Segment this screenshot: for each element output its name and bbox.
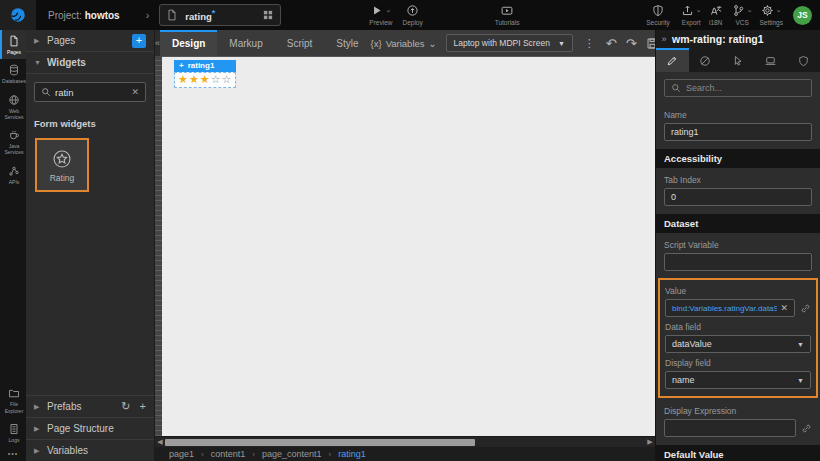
widget-search-input[interactable]: ratin ✕ <box>34 82 146 102</box>
breadcrumb-separator: › <box>201 450 204 459</box>
breadcrumb-item-active[interactable]: rating1 <box>338 449 366 459</box>
property-search-input[interactable]: Search... <box>664 79 812 97</box>
chevron-right-icon: ▶ <box>34 447 41 455</box>
widgets-section-header[interactable]: ▼ Widgets <box>26 52 154 74</box>
palette-icon <box>699 55 711 67</box>
tab-properties[interactable] <box>656 48 689 72</box>
chevron-down-icon: ▼ <box>34 59 41 66</box>
pages-section-header[interactable]: ▶ Pages + <box>26 30 154 52</box>
bind-link-icon[interactable] <box>801 423 812 434</box>
main-area: Pages Databases Web Services Java Servic… <box>0 30 820 461</box>
move-icon[interactable]: + <box>179 61 184 70</box>
star-filled-icon: ★ <box>200 73 211 85</box>
tab-design[interactable]: Design <box>160 30 217 56</box>
center-area: « Design Markup Script Style {x} Variabl… <box>155 30 655 461</box>
redo-icon[interactable]: ↷ <box>626 36 637 51</box>
rating-star-icon <box>51 148 73 170</box>
user-avatar[interactable]: JS <box>793 6 812 25</box>
deploy-button[interactable]: Deploy <box>402 4 422 26</box>
rail-item-pages[interactable]: Pages <box>0 30 26 59</box>
vcs-button[interactable]: ⌄ VCS <box>732 4 753 26</box>
api-icon <box>8 165 20 177</box>
page-structure-section-header[interactable]: ▶ Page Structure <box>26 417 154 439</box>
rail-item-java-services[interactable]: Java Services <box>0 124 26 160</box>
undo-icon[interactable]: ↶ <box>606 36 617 51</box>
data-field-select[interactable]: dataValue ▼ <box>665 335 811 353</box>
scroll-left-icon[interactable]: ◀ <box>155 437 165 447</box>
scrollbar-thumb[interactable] <box>165 439 475 446</box>
security-button[interactable]: Security <box>646 4 669 26</box>
variables-section-header[interactable]: ▶ Variables <box>26 439 154 461</box>
cloud-upload-icon <box>406 4 419 17</box>
caret-down-icon: ▼ <box>797 341 804 348</box>
horizontal-scrollbar[interactable]: ◀ ▶ <box>155 436 655 447</box>
tab-script[interactable]: Script <box>275 30 325 56</box>
tab-markup[interactable]: Markup <box>217 30 274 56</box>
rail-item-apis[interactable]: APIs <box>0 160 26 189</box>
chevron-down-icon: ⌄ <box>385 4 391 16</box>
rating-widget-tile[interactable]: Rating <box>35 138 89 192</box>
tab-index-input[interactable]: 0 <box>664 188 812 206</box>
variables-dropdown[interactable]: {x} Variables ⌄ <box>371 38 437 49</box>
rail-item-logs[interactable]: Logs <box>0 418 26 447</box>
star-empty-icon: ☆ <box>211 73 222 85</box>
more-options-icon[interactable]: ⋮ <box>582 37 597 50</box>
default-value-section-header: Default Value <box>656 445 820 461</box>
chevron-down-icon: ⌄ <box>429 38 437 49</box>
project-chevron: › <box>146 9 150 21</box>
prefabs-section-header[interactable]: ▶ Prefabs ↻ + <box>26 395 154 417</box>
i18n-button[interactable]: i18N <box>709 4 723 26</box>
tab-security[interactable] <box>787 48 820 72</box>
video-icon <box>500 4 514 17</box>
page-icon <box>8 35 20 47</box>
rail-item-web-services[interactable]: Web Services <box>0 89 26 125</box>
rail-item-file-explorer[interactable]: File Explorer <box>0 382 26 418</box>
scroll-right-icon[interactable]: ▶ <box>645 437 655 447</box>
tab-style[interactable]: Style <box>324 30 370 56</box>
translate-icon <box>709 4 723 17</box>
breadcrumb-item[interactable]: page1 <box>169 449 194 459</box>
app-logo[interactable] <box>0 0 36 30</box>
properties-panel-header: » wm-rating: rating1 <box>656 30 820 48</box>
clear-binding-icon[interactable]: ✕ <box>780 303 788 313</box>
breadcrumb-item[interactable]: content1 <box>211 449 246 459</box>
search-icon <box>41 87 51 97</box>
rail-more-button[interactable]: ••• <box>0 447 26 461</box>
tab-index-label: Tab Index <box>664 175 812 185</box>
script-variable-input[interactable] <box>664 253 812 271</box>
name-input[interactable]: rating1 <box>664 123 812 141</box>
value-binding-input[interactable]: bind:Variables.ratingVar.dataSet ✕ <box>665 299 795 317</box>
refresh-prefabs-icon[interactable]: ↻ <box>121 400 130 413</box>
rating-widget-instance[interactable]: + rating1 ★★★☆☆ <box>174 60 236 88</box>
tab-device[interactable] <box>754 48 787 72</box>
breadcrumb-item[interactable]: page_content1 <box>262 449 322 459</box>
properties-panel-tabs <box>656 48 820 72</box>
chevron-down-icon: ⌄ <box>776 4 782 16</box>
rail-item-databases[interactable]: Databases <box>0 59 26 88</box>
display-expression-input[interactable] <box>664 419 796 437</box>
open-page-tab[interactable]: rating* <box>159 4 281 26</box>
vertical-ruler <box>155 56 162 436</box>
clear-search-icon[interactable]: ✕ <box>131 87 139 97</box>
preview-button[interactable]: ⌄ Preview <box>369 4 392 26</box>
device-selector[interactable]: Laptop with MDPI Screen ▼ <box>446 34 573 52</box>
tutorials-button[interactable]: Tutorials <box>495 4 520 26</box>
settings-button[interactable]: ⌄ Settings <box>760 4 784 26</box>
rating-stars[interactable]: ★★★☆☆ <box>174 72 236 88</box>
add-prefab-icon[interactable]: + <box>140 400 146 413</box>
collapse-right-panel-button[interactable]: » <box>656 34 672 44</box>
display-field-select[interactable]: name ▼ <box>665 371 811 389</box>
grid-icon[interactable] <box>262 9 274 21</box>
widget-selection-header[interactable]: + rating1 <box>174 60 236 72</box>
breadcrumb-separator: › <box>328 450 331 459</box>
accessibility-section-header: Accessibility <box>656 149 820 168</box>
tab-events[interactable] <box>722 48 755 72</box>
shield-outline-icon <box>798 55 809 67</box>
caret-down-icon: ▼ <box>558 40 565 47</box>
bind-link-icon[interactable] <box>800 303 811 314</box>
add-page-button[interactable]: + <box>132 34 146 48</box>
tab-styles[interactable] <box>689 48 722 72</box>
coffee-icon <box>8 129 20 141</box>
export-button[interactable]: ⌄ Export <box>681 4 702 26</box>
design-canvas[interactable]: + rating1 ★★★☆☆ <box>162 56 655 436</box>
